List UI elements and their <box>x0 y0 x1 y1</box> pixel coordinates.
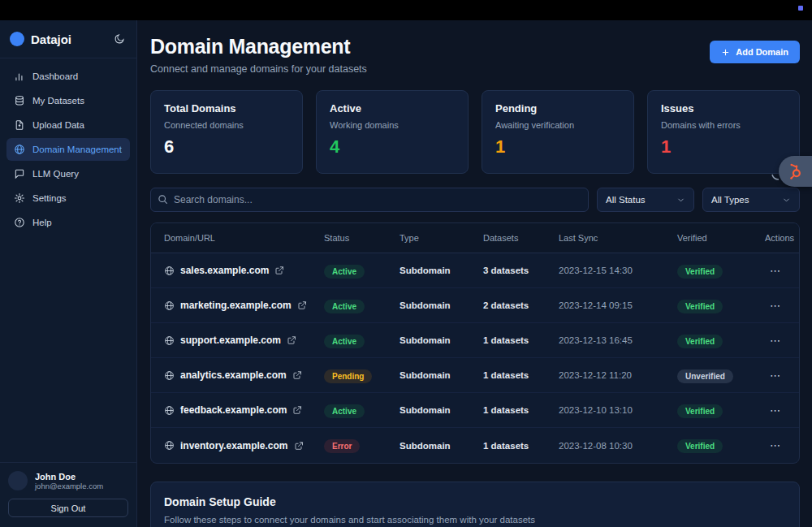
search-box <box>150 188 589 212</box>
external-link-icon[interactable] <box>292 405 302 415</box>
actions-cell: ⋯ <box>765 403 786 418</box>
domain-name: marketing.example.com <box>180 300 292 311</box>
type-filter-select[interactable]: All Types <box>702 188 800 212</box>
sidebar-nav-item[interactable]: Help <box>6 211 130 234</box>
actions-cell: ⋯ <box>765 368 786 383</box>
type-cell: Subdomain <box>400 335 483 345</box>
page-header: Domain Management Connect and manage dom… <box>150 35 800 75</box>
stat-card: Issues Domains with errors 1 <box>647 90 800 174</box>
domain-cell: support.example.com <box>164 335 324 346</box>
guide-subtitle: Follow these steps to connect your domai… <box>164 515 786 525</box>
user-email: john@example.com <box>35 482 103 490</box>
sidebar-nav-item[interactable]: Settings <box>6 187 130 210</box>
browser-top-strip <box>0 0 812 20</box>
add-domain-button[interactable]: Add Domain <box>710 41 800 63</box>
actions-cell: ⋯ <box>765 298 786 313</box>
col-actions: Actions <box>765 233 794 243</box>
type-cell: Subdomain <box>400 300 483 310</box>
domain-name: analytics.example.com <box>180 369 287 381</box>
nav-item-label: My Datasets <box>32 96 84 106</box>
last-sync-cell: 2023-12-15 14:30 <box>559 266 677 275</box>
actions-cell: ⋯ <box>765 333 786 348</box>
sidebar-nav-item[interactable]: Upload Data <box>6 114 130 136</box>
status-cell: Pending <box>324 368 400 383</box>
stats-row: Total Domains Connected domains 6 Active… <box>150 90 800 174</box>
verified-cell: Verified <box>677 333 765 348</box>
row-actions-button[interactable]: ⋯ <box>765 263 786 279</box>
nav-item-label: Dashboard <box>32 71 78 81</box>
globe-icon <box>164 266 175 276</box>
last-sync-cell: 2023-12-13 16:45 <box>559 335 677 345</box>
sidebar-nav-item[interactable]: LLM Query <box>6 162 130 185</box>
stat-title: Issues <box>661 102 786 114</box>
globe-icon <box>164 335 175 346</box>
status-badge: Pending <box>324 369 372 383</box>
status-filter-select[interactable]: All Status <box>597 188 694 212</box>
type-cell: Subdomain <box>400 266 483 275</box>
globe-icon <box>164 440 175 451</box>
status-cell: Active <box>324 263 400 279</box>
theme-toggle-button[interactable] <box>112 32 127 46</box>
nav-item-label: Upload Data <box>32 120 84 130</box>
hubspot-widget-button[interactable] <box>779 156 812 187</box>
status-cell: Active <box>324 298 400 313</box>
external-link-icon[interactable] <box>297 300 307 310</box>
domain-name: support.example.com <box>180 335 281 346</box>
table-row: inventory.example.com Error Subdomain 1 … <box>151 428 799 463</box>
sidebar-nav-item[interactable]: Domain Management <box>6 138 130 161</box>
sidebar-nav-item[interactable]: Dashboard <box>6 65 130 88</box>
col-type: Type <box>400 233 483 243</box>
stat-title: Pending <box>495 102 620 114</box>
status-cell: Error <box>324 438 400 453</box>
last-sync-cell: 2023-12-12 11:20 <box>559 370 677 380</box>
type-cell: Subdomain <box>400 441 483 451</box>
search-input[interactable] <box>150 188 589 212</box>
user-row: John Doe john@example.com <box>8 471 128 490</box>
datasets-cell: 3 datasets <box>483 266 559 275</box>
domain-name: feedback.example.com <box>180 404 287 416</box>
last-sync-cell: 2023-12-10 13:10 <box>559 405 677 415</box>
brand-logo <box>10 32 24 46</box>
datasets-cell: 1 datasets <box>483 405 559 415</box>
stat-subtitle: Working domains <box>330 120 455 130</box>
guide-title: Domain Setup Guide <box>164 495 786 508</box>
row-actions-button[interactable]: ⋯ <box>765 298 786 313</box>
sidebar: Datajoi Dashboard My Datasets Upl <box>0 20 137 527</box>
hubspot-sprocket-icon <box>787 162 805 180</box>
type-cell: Subdomain <box>400 370 483 380</box>
page-title: Domain Management <box>150 35 367 58</box>
row-actions-button[interactable]: ⋯ <box>765 403 786 418</box>
verified-badge: Verified <box>677 300 723 313</box>
globe-icon <box>164 370 175 381</box>
verified-badge: Verified <box>677 265 723 279</box>
sidebar-nav-item[interactable]: My Datasets <box>6 89 130 112</box>
col-datasets: Datasets <box>483 233 559 243</box>
status-cell: Active <box>324 333 400 348</box>
row-actions-button[interactable]: ⋯ <box>765 438 786 453</box>
stat-card: Pending Awaiting verification 1 <box>482 90 634 174</box>
external-link-icon[interactable] <box>274 266 284 275</box>
row-actions-button[interactable]: ⋯ <box>765 333 786 348</box>
stat-title: Active <box>330 102 455 114</box>
col-domain: Domain/URL <box>164 233 324 243</box>
col-verified: Verified <box>677 233 765 243</box>
external-link-icon[interactable] <box>294 441 304 451</box>
table-row: marketing.example.com Active Subdomain 2… <box>151 288 799 323</box>
actions-cell: ⋯ <box>765 438 786 453</box>
external-link-icon[interactable] <box>287 335 296 345</box>
stat-value: 1 <box>661 136 786 158</box>
stat-card: Active Working domains 4 <box>316 90 469 174</box>
sign-out-button[interactable]: Sign Out <box>8 499 128 517</box>
status-badge: Active <box>324 265 365 279</box>
row-actions-button[interactable]: ⋯ <box>765 368 786 383</box>
domain-name: sales.example.com <box>180 265 269 276</box>
verified-cell: Verified <box>677 298 765 313</box>
stat-title: Total Domains <box>164 102 289 114</box>
verified-cell: Unverified <box>677 368 765 383</box>
external-link-icon[interactable] <box>292 370 302 380</box>
domain-cell: feedback.example.com <box>164 404 324 416</box>
domain-name: inventory.example.com <box>180 440 288 451</box>
table-row: analytics.example.com Pending Subdomain … <box>151 358 799 393</box>
globe-icon <box>164 300 175 311</box>
stat-value: 4 <box>330 136 455 158</box>
